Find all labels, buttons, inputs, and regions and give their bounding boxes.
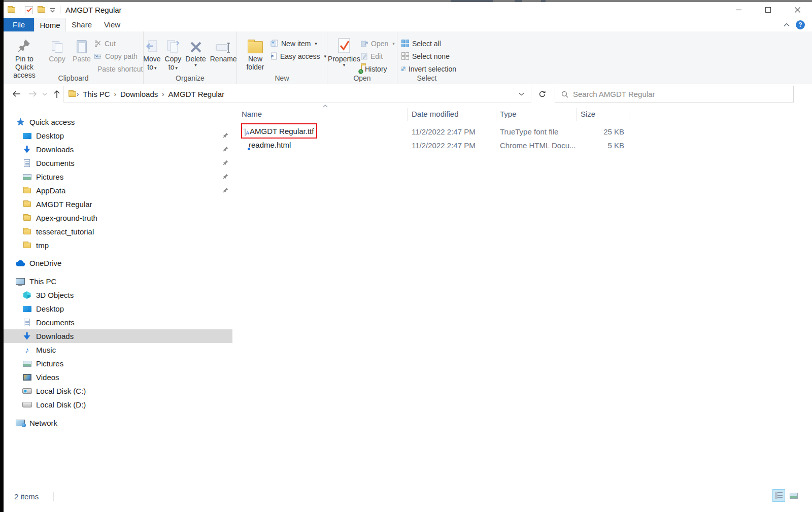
rename-button[interactable]: Rename — [208, 34, 239, 64]
invert-selection-button[interactable]: Invert selection — [401, 62, 456, 75]
sidebar-item-music[interactable]: ♪ Music — [0, 343, 232, 357]
3d-objects-icon — [22, 291, 32, 299]
sidebar-item-3d-objects[interactable]: 3D Objects — [0, 288, 232, 302]
new-item-button[interactable]: New item▾ — [270, 37, 326, 50]
folder-icon — [22, 243, 32, 248]
sidebar-item-apex-ground-truth[interactable]: Apex-ground-truth — [0, 211, 232, 225]
edit-button[interactable]: Edit — [361, 50, 396, 62]
title-bar: AMGDT Regular — [4, 2, 812, 18]
file-date: 11/2/2022 2:47 PM — [412, 127, 476, 136]
select-all-button[interactable]: Select all — [401, 37, 456, 50]
folder-icon — [22, 188, 32, 193]
pin-icon — [223, 160, 228, 165]
tab-home[interactable]: Home — [34, 18, 66, 31]
copy-path-icon — [94, 53, 102, 59]
address-bar[interactable]: › This PC › Downloads › AMGDT Regular — [63, 86, 531, 103]
easy-access-button[interactable]: Easy access▾ — [270, 50, 326, 62]
left-border-strip — [0, 0, 4, 512]
column-separator[interactable] — [577, 108, 577, 121]
properties-check-icon[interactable] — [25, 6, 33, 14]
tab-share[interactable]: Share — [66, 18, 97, 31]
group-label-organize: Organize — [144, 74, 236, 82]
column-header-size[interactable]: Size — [581, 110, 595, 118]
copy-path-button[interactable]: Copy path — [94, 50, 143, 62]
sidebar-item-amgdt-regular[interactable]: AMGDT Regular — [0, 197, 232, 211]
sidebar-item-videos[interactable]: Videos — [0, 370, 232, 384]
sidebar-item-local-disk-c[interactable]: Local Disk (C:) — [0, 384, 232, 398]
recent-locations-chevron[interactable] — [39, 84, 50, 104]
sidebar-item-this-pc[interactable]: This PC — [0, 275, 232, 288]
forward-button[interactable] — [25, 84, 40, 104]
quick-access-toolbar — [4, 6, 60, 14]
divider — [20, 6, 20, 14]
sidebar-item-local-disk-d[interactable]: Local Disk (D:) — [0, 398, 232, 412]
window-title: AMGDT Regular — [65, 6, 122, 14]
sidebar-item-pictures-qa[interactable]: Pictures — [0, 170, 232, 184]
sidebar-item-desktop-qa[interactable]: Desktop — [0, 129, 232, 143]
minimize-button[interactable] — [724, 2, 753, 18]
column-header-date-modified[interactable]: Date modified — [412, 110, 459, 118]
breadcrumb-amgdt-regular[interactable]: AMGDT Regular — [165, 90, 228, 98]
sidebar-item-documents-qa[interactable]: Documents — [0, 156, 232, 170]
breadcrumb-this-pc[interactable]: This PC — [79, 90, 113, 98]
select-none-button[interactable]: Select none — [401, 50, 456, 62]
copy-to-button[interactable]: Copy to▾ — [163, 34, 184, 73]
delete-button[interactable]: Delete ▾ — [183, 34, 208, 68]
divider — [60, 6, 60, 14]
up-button[interactable] — [49, 84, 64, 104]
sidebar-item-pictures-pc[interactable]: Pictures — [0, 357, 232, 370]
group-label-open: Open — [327, 74, 397, 82]
tab-view[interactable]: View — [97, 18, 127, 31]
sidebar-item-tmp[interactable]: tmp — [0, 238, 232, 252]
cut-button[interactable]: Cut — [94, 37, 143, 50]
column-separator[interactable] — [408, 108, 408, 121]
pictures-icon — [22, 174, 32, 180]
customize-toolbar-icon[interactable] — [50, 8, 55, 13]
sidebar-item-desktop-pc[interactable]: Desktop — [0, 302, 232, 316]
open-button[interactable]: Open▾ — [361, 37, 396, 50]
pin-to-quick-access-button[interactable]: Pin to Quick access — [4, 34, 45, 80]
new-folder-icon — [248, 35, 263, 53]
column-separator[interactable] — [496, 108, 496, 121]
copy-button[interactable]: Copy — [45, 34, 69, 64]
details-view-button[interactable] — [772, 489, 785, 502]
search-input[interactable] — [573, 90, 766, 98]
back-button[interactable] — [9, 84, 24, 104]
maximize-button[interactable] — [753, 2, 783, 18]
close-button[interactable] — [783, 2, 812, 18]
paste-shortcut-button[interactable]: Paste shortcut — [94, 62, 143, 75]
column-separator[interactable] — [629, 108, 629, 121]
properties-button[interactable]: Properties ▾ — [327, 34, 361, 68]
sidebar-item-quick-access[interactable]: Quick access — [0, 115, 232, 129]
refresh-button[interactable] — [534, 86, 550, 103]
sidebar-item-downloads-qa[interactable]: Downloads — [0, 143, 232, 156]
sidebar-item-downloads-pc[interactable]: Downloads — [0, 329, 232, 343]
history-button[interactable]: History — [361, 62, 396, 75]
local-disk-icon — [22, 402, 32, 407]
tab-file[interactable]: File — [4, 18, 34, 31]
new-folder-qat-icon[interactable] — [38, 7, 45, 13]
sidebar-item-tesseract-tutorial[interactable]: tesseract_tutorial — [0, 225, 232, 238]
collapse-ribbon-icon[interactable] — [784, 23, 790, 27]
sidebar-item-network[interactable]: Network — [0, 416, 232, 430]
desktop-icon — [22, 133, 32, 139]
refresh-icon — [538, 90, 546, 98]
sidebar-item-appdata[interactable]: AppData — [0, 184, 232, 197]
help-icon[interactable]: ? — [796, 20, 805, 29]
column-header-type[interactable]: Type — [500, 110, 517, 118]
large-icons-view-button[interactable] — [787, 489, 800, 502]
address-dropdown-chevron[interactable] — [519, 92, 531, 96]
sidebar-item-documents-pc[interactable]: Documents — [0, 316, 232, 329]
search-box[interactable] — [555, 86, 794, 103]
downloads-icon — [22, 146, 32, 154]
sidebar-item-onedrive[interactable]: OneDrive — [0, 256, 232, 270]
paste-button[interactable]: Paste — [69, 34, 94, 64]
file-list-pane: Name Date modified Type Size AMGDT Regul… — [232, 104, 812, 488]
large-icons-view-icon — [790, 493, 798, 499]
select-none-icon — [401, 52, 409, 60]
column-header-name[interactable]: Name — [242, 110, 262, 118]
move-to-button[interactable]: Move to▾ — [141, 34, 162, 73]
new-folder-button[interactable]: New folder — [240, 34, 270, 72]
cut-icon — [94, 40, 101, 47]
breadcrumb-downloads[interactable]: Downloads — [117, 90, 161, 98]
